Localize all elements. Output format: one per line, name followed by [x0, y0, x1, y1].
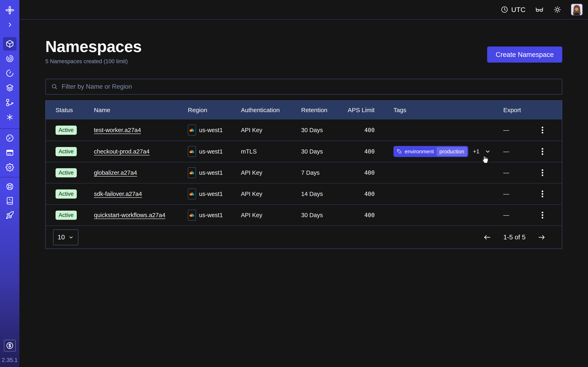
page-size-select[interactable]: 10 [53, 229, 78, 245]
glasses-icon[interactable] [535, 5, 544, 14]
region-cell: us-west1 [188, 167, 241, 178]
previous-page-button[interactable] [483, 233, 492, 242]
authentication-cell: mTLS [241, 148, 301, 155]
page-size-value: 10 [58, 234, 65, 241]
row-menu-button[interactable] [538, 124, 547, 136]
sidebar-item-usage[interactable] [3, 131, 17, 145]
kebab-menu-icon [539, 147, 546, 156]
column-header-name: Name [94, 107, 188, 114]
filter-input[interactable] [62, 83, 557, 90]
temporal-logo-icon [3, 3, 17, 17]
export-cell: — [503, 209, 562, 221]
sidebar-item-billing[interactable] [3, 146, 17, 159]
google-cloud-icon [188, 167, 196, 178]
sidebar-item-schedules[interactable] [3, 67, 17, 80]
tag-value: production [437, 147, 467, 156]
google-cloud-icon [188, 210, 196, 221]
sidebar-item-settings[interactable] [3, 161, 17, 174]
kebab-menu-icon [539, 210, 546, 220]
export-value: — [503, 127, 509, 133]
main-content: Namespaces 5 Namespaces created (100 lim… [19, 20, 588, 367]
region-label: us-west1 [199, 127, 223, 133]
status-badge: Active [56, 147, 77, 156]
tags-cell: environment production +1 [393, 146, 503, 157]
column-header-status: Status [56, 107, 94, 114]
column-header-retention: Retention [301, 107, 348, 114]
export-cell: — [503, 146, 562, 157]
retention-cell: 14 Days [301, 191, 348, 197]
region-label: us-west1 [199, 169, 223, 176]
pagination: 1-5 of 5 [483, 233, 546, 242]
region-cell: us-west1 [188, 146, 241, 157]
topbar: UTC [19, 0, 588, 20]
tag-badge[interactable]: environment production [393, 146, 468, 157]
timezone-button[interactable]: UTC [501, 6, 526, 14]
namespace-link[interactable]: quickstart-workflows.a27a4 [94, 212, 165, 218]
expand-sidebar-chevron-icon[interactable] [3, 18, 17, 31]
name-cell: checkout-prod.a27a4 [94, 148, 188, 155]
sidebar-item-docs[interactable] [3, 194, 17, 208]
export-cell: — [503, 124, 562, 136]
namespace-link[interactable]: sdk-failover.a27a4 [94, 191, 142, 197]
expand-tags-chevron-icon[interactable] [484, 148, 491, 155]
aps-limit-cell: 400 [348, 191, 393, 197]
table-row: Active sdk-failover.a27a4 us-west1 API K… [46, 183, 562, 204]
name-cell: sdk-failover.a27a4 [94, 191, 188, 197]
sidebar-item-batch-operations[interactable] [3, 110, 17, 124]
create-namespace-button[interactable]: Create Namespace [487, 47, 562, 63]
more-tags-count: +1 [473, 148, 480, 155]
user-avatar[interactable] [571, 4, 583, 16]
export-value: — [503, 191, 509, 197]
timezone-label: UTC [511, 6, 526, 14]
tag-icon [397, 149, 402, 154]
google-cloud-icon [188, 188, 196, 200]
sidebar-item-nexus[interactable] [3, 52, 17, 65]
sun-icon[interactable] [553, 6, 562, 14]
dollar-badge-icon [6, 342, 14, 350]
kebab-menu-icon [539, 168, 546, 177]
table-footer: 10 1-5 of 5 [46, 225, 562, 249]
sidebar-item-getting-started[interactable] [3, 208, 17, 222]
row-menu-button[interactable] [538, 188, 547, 200]
sidebar-item-namespaces[interactable] [3, 37, 17, 50]
page-title: Namespaces [45, 38, 562, 55]
namespace-link[interactable]: checkout-prod.a27a4 [94, 148, 149, 155]
region-cell: us-west1 [188, 188, 241, 200]
namespaces-table: Status Name Region Authentication Retent… [45, 100, 562, 249]
column-header-aps-limit: APS Limit [348, 107, 393, 114]
credits-button[interactable] [4, 340, 16, 351]
column-header-region: Region [188, 107, 241, 114]
status-cell: Active [56, 168, 94, 177]
authentication-cell: API Key [241, 127, 301, 133]
pagination-range: 1-5 of 5 [503, 234, 526, 241]
namespace-link[interactable]: globalizer.a27a4 [94, 169, 137, 176]
export-value: — [503, 148, 509, 155]
table-row: Active test-worker.a27a4 us-west1 API Ke… [46, 119, 562, 141]
authentication-cell: API Key [241, 191, 301, 197]
sidebar: 2.35.1 [0, 0, 19, 367]
row-menu-button[interactable] [538, 209, 547, 221]
row-menu-button[interactable] [538, 167, 547, 179]
clock-icon [501, 6, 508, 13]
retention-cell: 30 Days [301, 148, 348, 155]
namespace-link[interactable]: test-worker.a27a4 [94, 127, 141, 133]
name-cell: globalizer.a27a4 [94, 169, 188, 176]
status-badge: Active [56, 125, 77, 135]
table-row: Active globalizer.a27a4 us-west1 API Key [46, 162, 562, 183]
google-cloud-icon [188, 125, 196, 136]
sidebar-item-deployments[interactable] [3, 81, 17, 95]
sidebar-item-workflows[interactable] [3, 96, 17, 109]
status-cell: Active [56, 211, 94, 220]
export-value: — [503, 169, 509, 176]
region-label: us-west1 [199, 212, 223, 218]
authentication-cell: API Key [241, 212, 301, 218]
kebab-menu-icon [539, 189, 546, 199]
name-cell: test-worker.a27a4 [94, 127, 188, 133]
sidebar-item-support[interactable] [3, 180, 17, 193]
row-menu-button[interactable] [538, 146, 547, 157]
chevron-down-icon [68, 234, 74, 240]
region-label: us-west1 [199, 191, 223, 197]
column-header-authentication: Authentication [241, 107, 301, 114]
next-page-button[interactable] [537, 233, 546, 242]
table-row: Active quickstart-workflows.a27a4 us-wes… [46, 204, 562, 225]
